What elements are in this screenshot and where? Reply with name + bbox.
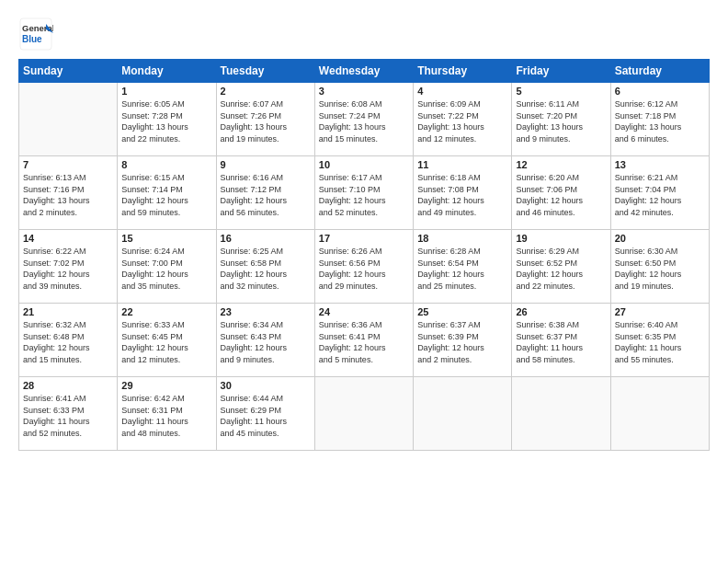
day-cell: 5Sunrise: 6:11 AM Sunset: 7:20 PM Daylig…	[512, 83, 610, 156]
day-cell: 14Sunrise: 6:22 AM Sunset: 7:02 PM Dayli…	[19, 230, 118, 304]
day-cell: 17Sunrise: 6:26 AM Sunset: 6:56 PM Dayli…	[314, 230, 413, 304]
day-cell: 9Sunrise: 6:16 AM Sunset: 7:12 PM Daylig…	[216, 156, 314, 230]
day-info: Sunrise: 6:36 AM Sunset: 6:41 PM Dayligh…	[319, 319, 409, 365]
day-info: Sunrise: 6:25 AM Sunset: 6:58 PM Dayligh…	[221, 246, 311, 292]
day-number: 1	[121, 86, 211, 97]
day-cell	[610, 377, 709, 451]
day-number: 21	[23, 306, 113, 317]
day-info: Sunrise: 6:20 AM Sunset: 7:06 PM Dayligh…	[516, 172, 606, 218]
day-info: Sunrise: 6:15 AM Sunset: 7:14 PM Dayligh…	[121, 172, 211, 218]
day-cell: 21Sunrise: 6:32 AM Sunset: 6:48 PM Dayli…	[19, 304, 118, 377]
day-cell	[314, 377, 413, 451]
day-info: Sunrise: 6:18 AM Sunset: 7:08 PM Dayligh…	[417, 172, 507, 218]
day-number: 7	[23, 159, 113, 170]
day-number: 9	[221, 159, 311, 170]
svg-text:Blue: Blue	[22, 34, 42, 44]
day-cell: 8Sunrise: 6:15 AM Sunset: 7:14 PM Daylig…	[118, 156, 216, 230]
day-cell: 1Sunrise: 6:05 AM Sunset: 7:28 PM Daylig…	[118, 83, 216, 156]
day-cell: 10Sunrise: 6:17 AM Sunset: 7:10 PM Dayli…	[314, 156, 413, 230]
day-info: Sunrise: 6:40 AM Sunset: 6:35 PM Dayligh…	[615, 319, 705, 365]
day-info: Sunrise: 6:34 AM Sunset: 6:43 PM Dayligh…	[221, 319, 311, 365]
day-info: Sunrise: 6:08 AM Sunset: 7:24 PM Dayligh…	[319, 98, 409, 144]
day-info: Sunrise: 6:28 AM Sunset: 6:54 PM Dayligh…	[417, 246, 507, 292]
weekday-sunday: Sunday	[19, 60, 118, 83]
day-number: 12	[516, 159, 606, 170]
weekday-wednesday: Wednesday	[314, 60, 413, 83]
day-info: Sunrise: 6:21 AM Sunset: 7:04 PM Dayligh…	[615, 172, 705, 218]
day-number: 11	[417, 159, 507, 170]
day-cell: 20Sunrise: 6:30 AM Sunset: 6:50 PM Dayli…	[610, 230, 709, 304]
day-cell: 7Sunrise: 6:13 AM Sunset: 7:16 PM Daylig…	[19, 156, 118, 230]
day-cell: 27Sunrise: 6:40 AM Sunset: 6:35 PM Dayli…	[610, 304, 709, 377]
day-number: 22	[121, 306, 211, 317]
day-info: Sunrise: 6:37 AM Sunset: 6:39 PM Dayligh…	[417, 319, 507, 365]
day-number: 6	[615, 86, 705, 97]
day-number: 27	[615, 306, 705, 317]
day-number: 13	[615, 159, 705, 170]
day-cell: 11Sunrise: 6:18 AM Sunset: 7:08 PM Dayli…	[414, 156, 512, 230]
day-info: Sunrise: 6:41 AM Sunset: 6:33 PM Dayligh…	[23, 393, 113, 439]
day-number: 29	[121, 380, 211, 391]
day-info: Sunrise: 6:17 AM Sunset: 7:10 PM Dayligh…	[319, 172, 409, 218]
day-cell: 29Sunrise: 6:42 AM Sunset: 6:31 PM Dayli…	[118, 377, 216, 451]
day-cell: 23Sunrise: 6:34 AM Sunset: 6:43 PM Dayli…	[216, 304, 314, 377]
day-cell: 2Sunrise: 6:07 AM Sunset: 7:26 PM Daylig…	[216, 83, 314, 156]
day-number: 4	[417, 86, 507, 97]
day-cell: 13Sunrise: 6:21 AM Sunset: 7:04 PM Dayli…	[610, 156, 709, 230]
day-cell	[512, 377, 610, 451]
day-number: 28	[23, 380, 113, 391]
week-row-3: 14Sunrise: 6:22 AM Sunset: 7:02 PM Dayli…	[19, 230, 710, 304]
day-info: Sunrise: 6:32 AM Sunset: 6:48 PM Dayligh…	[23, 319, 113, 365]
day-number: 17	[319, 233, 409, 244]
day-cell: 6Sunrise: 6:12 AM Sunset: 7:18 PM Daylig…	[610, 83, 709, 156]
day-cell: 26Sunrise: 6:38 AM Sunset: 6:37 PM Dayli…	[512, 304, 610, 377]
day-info: Sunrise: 6:22 AM Sunset: 7:02 PM Dayligh…	[23, 246, 113, 292]
weekday-friday: Friday	[512, 60, 610, 83]
day-info: Sunrise: 6:29 AM Sunset: 6:52 PM Dayligh…	[516, 246, 606, 292]
day-info: Sunrise: 6:12 AM Sunset: 7:18 PM Dayligh…	[615, 98, 705, 144]
day-info: Sunrise: 6:42 AM Sunset: 6:31 PM Dayligh…	[121, 393, 211, 439]
day-number: 14	[23, 233, 113, 244]
day-number: 10	[319, 159, 409, 170]
day-number: 24	[319, 306, 409, 317]
week-row-5: 28Sunrise: 6:41 AM Sunset: 6:33 PM Dayli…	[19, 377, 710, 451]
week-row-1: 1Sunrise: 6:05 AM Sunset: 7:28 PM Daylig…	[19, 83, 710, 156]
day-cell: 12Sunrise: 6:20 AM Sunset: 7:06 PM Dayli…	[512, 156, 610, 230]
day-cell	[19, 83, 118, 156]
day-cell: 4Sunrise: 6:09 AM Sunset: 7:22 PM Daylig…	[414, 83, 512, 156]
day-cell: 19Sunrise: 6:29 AM Sunset: 6:52 PM Dayli…	[512, 230, 610, 304]
weekday-tuesday: Tuesday	[216, 60, 314, 83]
day-info: Sunrise: 6:16 AM Sunset: 7:12 PM Dayligh…	[221, 172, 311, 218]
day-cell: 22Sunrise: 6:33 AM Sunset: 6:45 PM Dayli…	[118, 304, 216, 377]
day-info: Sunrise: 6:11 AM Sunset: 7:20 PM Dayligh…	[516, 98, 606, 144]
logo-svg: General Blue	[18, 17, 53, 52]
logo: General Blue	[18, 17, 53, 52]
day-number: 3	[319, 86, 409, 97]
day-number: 15	[121, 233, 211, 244]
day-number: 19	[516, 233, 606, 244]
day-number: 26	[516, 306, 606, 317]
day-number: 25	[417, 306, 507, 317]
calendar-table: SundayMondayTuesdayWednesdayThursdayFrid…	[18, 59, 710, 451]
week-row-2: 7Sunrise: 6:13 AM Sunset: 7:16 PM Daylig…	[19, 156, 710, 230]
day-cell: 28Sunrise: 6:41 AM Sunset: 6:33 PM Dayli…	[19, 377, 118, 451]
day-number: 16	[221, 233, 311, 244]
day-number: 30	[221, 380, 311, 391]
day-number: 18	[417, 233, 507, 244]
day-info: Sunrise: 6:30 AM Sunset: 6:50 PM Dayligh…	[615, 246, 705, 292]
day-number: 5	[516, 86, 606, 97]
day-cell	[414, 377, 512, 451]
day-info: Sunrise: 6:05 AM Sunset: 7:28 PM Dayligh…	[121, 98, 211, 144]
day-info: Sunrise: 6:24 AM Sunset: 7:00 PM Dayligh…	[121, 246, 211, 292]
weekday-thursday: Thursday	[414, 60, 512, 83]
day-cell: 15Sunrise: 6:24 AM Sunset: 7:00 PM Dayli…	[118, 230, 216, 304]
day-number: 20	[615, 233, 705, 244]
day-cell: 3Sunrise: 6:08 AM Sunset: 7:24 PM Daylig…	[314, 83, 413, 156]
weekday-header-row: SundayMondayTuesdayWednesdayThursdayFrid…	[19, 60, 710, 83]
week-row-4: 21Sunrise: 6:32 AM Sunset: 6:48 PM Dayli…	[19, 304, 710, 377]
day-info: Sunrise: 6:38 AM Sunset: 6:37 PM Dayligh…	[516, 319, 606, 365]
weekday-saturday: Saturday	[610, 60, 709, 83]
day-cell: 30Sunrise: 6:44 AM Sunset: 6:29 PM Dayli…	[216, 377, 314, 451]
day-info: Sunrise: 6:09 AM Sunset: 7:22 PM Dayligh…	[417, 98, 507, 144]
day-info: Sunrise: 6:44 AM Sunset: 6:29 PM Dayligh…	[221, 393, 311, 439]
